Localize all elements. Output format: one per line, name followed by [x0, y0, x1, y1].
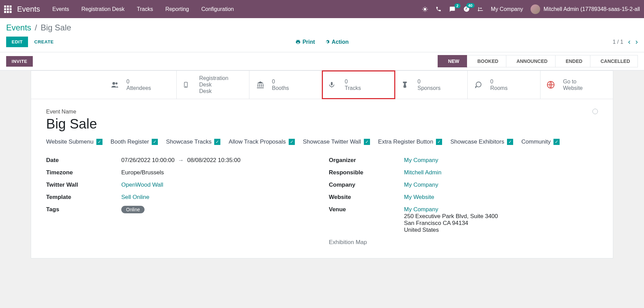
- stat-registration-desk[interactable]: Registration DeskDesk: [177, 71, 249, 99]
- pager-next[interactable]: ›: [635, 38, 638, 46]
- twitter-link[interactable]: OpenWood Wall: [121, 182, 163, 188]
- chk-community[interactable]: ✓: [553, 139, 560, 145]
- feature-checkboxes: Website Submenu✓ Booth Register✓ Showcas…: [46, 138, 598, 145]
- action-button[interactable]: Action: [325, 39, 349, 45]
- chk-website-submenu[interactable]: ✓: [96, 139, 102, 145]
- event-name-label: Event Name: [46, 109, 598, 115]
- stat-booths[interactable]: 0Booths: [249, 71, 322, 99]
- menu-tracks[interactable]: Tracks: [137, 6, 153, 12]
- kanban-state[interactable]: [592, 109, 598, 114]
- print-button[interactable]: Print: [295, 39, 315, 45]
- menu-registration-desk[interactable]: Registration Desk: [81, 6, 124, 12]
- organizer-link[interactable]: My Company: [404, 157, 438, 163]
- chk-booth-register[interactable]: ✓: [152, 139, 158, 145]
- tag-online[interactable]: Online: [121, 206, 145, 213]
- top-nav: Events Events Registration Desk Tracks R…: [0, 0, 644, 18]
- responsible-link[interactable]: Mitchell Admin: [404, 169, 442, 176]
- organizer-label: Organizer: [329, 157, 404, 164]
- apps-icon[interactable]: [4, 5, 12, 13]
- breadcrumb: Events / Big Sale: [6, 23, 71, 32]
- control-panel: Events / Big Sale EDIT CREATE Print Acti…: [0, 18, 644, 52]
- company-switcher[interactable]: My Company: [491, 6, 523, 12]
- user-menu[interactable]: Mitchell Admin (17789348-saas-15-2-all: [531, 4, 640, 14]
- tags-label: Tags: [46, 206, 121, 213]
- responsible-label: Responsible: [329, 169, 404, 176]
- chk-allow-track-proposals[interactable]: ✓: [289, 139, 295, 145]
- date-label: Date: [46, 157, 121, 164]
- microphone-icon: [328, 80, 339, 89]
- stage-announced[interactable]: ANNOUNCED: [506, 55, 556, 67]
- settings-icon[interactable]: [477, 6, 483, 12]
- stat-tracks[interactable]: 0Tracks: [322, 71, 395, 99]
- venue-label: Venue: [329, 206, 404, 233]
- gear-icon: [325, 39, 330, 44]
- website-link[interactable]: My Website: [404, 194, 435, 200]
- create-button[interactable]: CREATE: [34, 39, 54, 44]
- template-label: Template: [46, 194, 121, 201]
- chat-icon: [474, 81, 484, 89]
- exhibition-map-label: Exhibition Map: [329, 239, 404, 246]
- phone-icon[interactable]: [436, 6, 441, 12]
- left-column: Date 07/26/2022 10:00:00→08/08/2022 10:3…: [46, 154, 315, 249]
- pager-prev[interactable]: ‹: [628, 38, 630, 46]
- stage-ended[interactable]: ENDED: [556, 55, 590, 67]
- attendees-icon: [110, 81, 120, 89]
- tie-icon: [401, 81, 411, 89]
- chk-showcase-exhibitors[interactable]: ✓: [507, 139, 513, 145]
- chk-showcase-tracks[interactable]: ✓: [214, 139, 220, 145]
- breadcrumb-root[interactable]: Events: [6, 23, 31, 32]
- chk-showcase-twitter-label: Showcase Twitter Wall: [303, 138, 361, 145]
- stat-sponsors[interactable]: 0Sponsors: [395, 71, 468, 99]
- mobile-icon: [183, 80, 193, 89]
- svg-point-1: [112, 82, 115, 85]
- chk-extra-register[interactable]: ✓: [436, 139, 442, 145]
- discuss-badge: 2: [454, 3, 461, 8]
- debug-icon[interactable]: [422, 6, 428, 12]
- edit-button[interactable]: EDIT: [6, 37, 28, 47]
- stage-booked[interactable]: BOOKED: [467, 55, 506, 67]
- svg-point-0: [424, 8, 426, 11]
- company-link[interactable]: My Company: [404, 182, 438, 188]
- form-sheet: 0Attendees Registration DeskDesk 0Booths…: [31, 70, 613, 258]
- date-to: 08/08/2022 10:35:00: [187, 157, 241, 163]
- stage-cancelled[interactable]: CANCELLED: [590, 55, 638, 67]
- chk-community-label: Community: [521, 138, 551, 145]
- app-brand[interactable]: Events: [17, 5, 40, 14]
- breadcrumb-current: Big Sale: [41, 23, 71, 32]
- svg-point-4: [186, 86, 186, 87]
- tz-label: Timezone: [46, 169, 121, 176]
- stage-new[interactable]: NEW: [438, 55, 467, 67]
- event-name: Big Sale: [46, 116, 598, 132]
- stat-go-website[interactable]: Go toWebsite: [540, 71, 613, 99]
- menu-events[interactable]: Events: [52, 6, 69, 12]
- company-label: Company: [329, 182, 404, 188]
- user-name: Mitchell Admin (17789348-saas-15-2-all: [544, 6, 640, 12]
- activity-icon[interactable]: 40: [463, 6, 470, 12]
- chk-allow-track-proposals-label: Allow Track Proposals: [229, 138, 286, 145]
- chk-extra-register-label: Extra Register Button: [378, 138, 434, 145]
- chk-showcase-tracks-label: Showcase Tracks: [166, 138, 211, 145]
- pager-text[interactable]: 1 / 1: [613, 39, 623, 45]
- tz-value: Europe/Brussels: [121, 169, 315, 176]
- bank-icon: [256, 81, 266, 89]
- venue-value: My Company 250 Executive Park Blvd, Suit…: [404, 206, 598, 233]
- invite-button[interactable]: INVITE: [6, 56, 33, 67]
- chk-showcase-twitter[interactable]: ✓: [364, 139, 370, 145]
- chk-showcase-exhibitors-label: Showcase Exhibitors: [450, 138, 504, 145]
- menu-configuration[interactable]: Configuration: [201, 6, 234, 12]
- website-label: Website: [329, 194, 404, 201]
- right-column: OrganizerMy Company ResponsibleMitchell …: [329, 154, 598, 249]
- pager: 1 / 1 ‹ ›: [613, 38, 638, 46]
- stat-rooms[interactable]: 0Rooms: [468, 71, 540, 99]
- svg-point-2: [115, 82, 118, 84]
- top-menu: Events Registration Desk Tracks Reportin…: [52, 6, 234, 12]
- arrow-right-icon: →: [178, 157, 184, 163]
- template-link[interactable]: Sell Online: [121, 194, 149, 200]
- venue-link[interactable]: My Company: [404, 206, 438, 213]
- stat-attendees[interactable]: 0Attendees: [104, 71, 177, 99]
- menu-reporting[interactable]: Reporting: [165, 6, 189, 12]
- avatar-icon: [531, 4, 540, 14]
- date-from: 07/26/2022 10:00:00: [121, 157, 175, 163]
- discuss-icon[interactable]: 2: [449, 6, 456, 12]
- print-icon: [295, 39, 300, 44]
